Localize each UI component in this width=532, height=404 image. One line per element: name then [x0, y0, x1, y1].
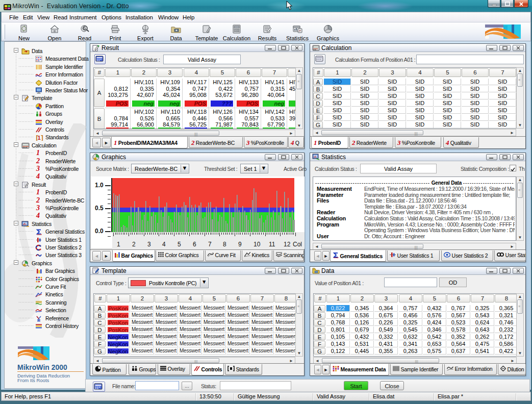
svg-text:]: ]	[40, 135, 43, 141]
